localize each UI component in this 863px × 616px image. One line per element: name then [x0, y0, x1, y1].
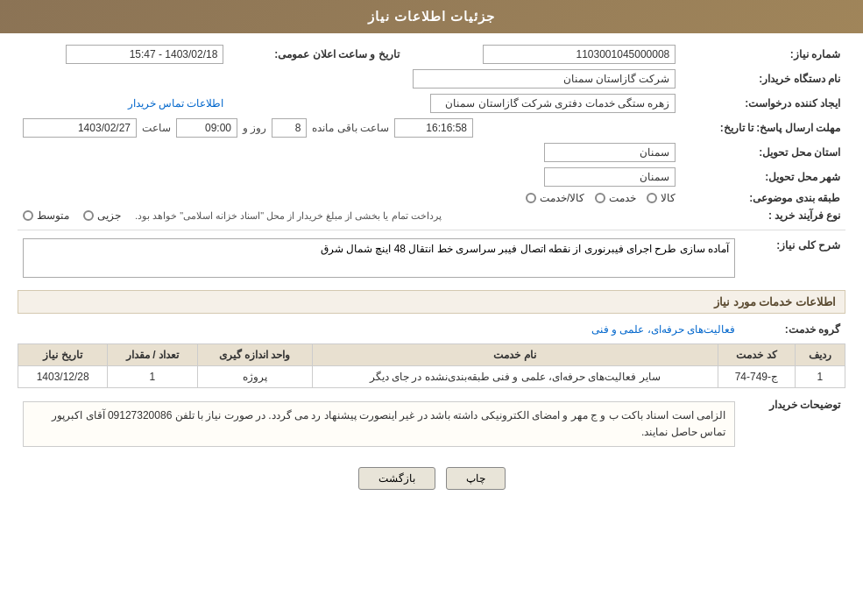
cell-row: 1 [795, 366, 845, 388]
reply-days: 8 [272, 118, 307, 138]
buyer-notes-label: توضیحات خریدار [740, 395, 845, 453]
contact-info-link[interactable]: اطلاعات تماس خریدار [128, 97, 224, 110]
purchase-type-label: نوع فرآیند خرید : [681, 207, 845, 224]
divider-1 [18, 230, 845, 230]
info-table: شماره نیاز: 1103001045000008 تاریخ و ساع… [18, 42, 845, 224]
purchase-type-note: پرداخت تمام یا بخشی از مبلغ خریدار از مح… [135, 210, 442, 222]
row-city: شهر محل تحویل: سمنان [18, 165, 845, 189]
col-qty: تعداد / مقدار [108, 344, 197, 366]
reply-remaining: 16:16:58 [394, 118, 473, 138]
reply-time: 09:00 [176, 118, 237, 138]
province-label: استان محل تحویل: [681, 140, 845, 165]
page-wrapper: جزئیات اطلاعات نیاز شماره نیاز: 11030010… [0, 0, 863, 616]
reply-time-label: ساعت [142, 122, 171, 134]
radio-minor[interactable]: جزیی [83, 209, 121, 222]
radio-medium-circle [23, 210, 33, 221]
row-creator: ایجاد کننده درخواست: زهره ستگی خدمات دفت… [18, 91, 845, 116]
row-service-group: گروه خدمت: فعالیت‌های حرفه‌ای، علمی و فن… [18, 321, 845, 338]
radio-goods-circle [647, 193, 657, 203]
page-title: جزئیات اطلاعات نیاز [368, 9, 495, 24]
category-radio-group: کالا/خدمت خدمت کالا [23, 192, 676, 204]
services-table-header-row: ردیف کد خدمت نام خدمت واحد اندازه گیری ت… [18, 344, 845, 366]
buyer-notes-table: توضیحات خریدار الزامی است اسناد باکت ب و… [18, 395, 845, 453]
general-desc-table: شرح کلی نیاز: [18, 236, 845, 283]
city-label: شهر محل تحویل: [681, 165, 845, 189]
category-label: طبقه بندی موضوعی: [681, 189, 845, 207]
row-buyer-org: نام دستگاه خریدار: شرکت گازاستان سمنان [18, 67, 845, 91]
page-header: جزئیات اطلاعات نیاز [0, 0, 863, 33]
col-unit: واحد اندازه گیری [197, 344, 312, 366]
radio-service-circle [595, 193, 605, 203]
row-need-number: شماره نیاز: 1103001045000008 تاریخ و ساع… [18, 42, 845, 67]
purchase-type-radio-group: متوسط جزیی [23, 209, 121, 222]
reply-deadline-label: مهلت ارسال پاسخ: تا تاریخ: [681, 116, 845, 140]
creator-value: زهره ستگی خدمات دفتری شرکت گازاستان سمنا… [430, 94, 676, 113]
buyer-org-label: نام دستگاه خریدار: [681, 67, 845, 91]
date-label: تاریخ و ساعت اعلان عمومی: [229, 42, 425, 67]
cell-code: ج-749-74 [718, 366, 795, 388]
general-desc-textarea[interactable] [23, 238, 735, 278]
print-button[interactable]: چاپ [446, 467, 506, 490]
button-row: چاپ بازگشت [18, 467, 845, 490]
need-number-label: شماره نیاز: [681, 42, 845, 67]
service-group-value[interactable]: فعالیت‌های حرفه‌ای، علمی و فنی [591, 323, 735, 336]
cell-date: 1403/12/28 [18, 366, 108, 388]
row-province: استان محل تحویل: سمنان [18, 140, 845, 165]
col-name: نام خدمت [312, 344, 718, 366]
date-value: 1403/02/18 - 15:47 [66, 45, 223, 64]
radio-medium[interactable]: متوسط [23, 209, 69, 222]
general-desc-label: شرح کلی نیاز: [740, 236, 845, 283]
cell-quantity: 1 [108, 366, 197, 388]
buyer-org-value: شرکت گازاستان سمنان [413, 69, 676, 89]
radio-goods-label: کالا [661, 192, 676, 204]
back-button[interactable]: بازگشت [358, 467, 435, 490]
col-date: تاریخ نیاز [18, 344, 108, 366]
radio-medium-label: متوسط [37, 209, 69, 222]
radio-goods-services-label: کالا/خدمت [540, 192, 584, 204]
cell-unit: پروژه [197, 366, 312, 388]
services-table-head: ردیف کد خدمت نام خدمت واحد اندازه گیری ت… [18, 344, 845, 366]
service-group-label: گروه خدمت: [740, 321, 845, 338]
col-row: ردیف [795, 344, 845, 366]
reply-remaining-label: ساعت باقی مانده [312, 122, 389, 134]
radio-goods-services[interactable]: کالا/خدمت [526, 192, 584, 204]
radio-service[interactable]: خدمت [595, 192, 636, 204]
row-reply-deadline: مهلت ارسال پاسخ: تا تاریخ: 1403/02/27 سا… [18, 116, 845, 140]
radio-service-label: خدمت [609, 192, 636, 204]
table-row: 1ج-749-74سایر فعالیت‌های حرفه‌ای، علمی و… [18, 366, 845, 388]
service-group-table: گروه خدمت: فعالیت‌های حرفه‌ای، علمی و فن… [18, 321, 845, 338]
creator-label: ایجاد کننده درخواست: [681, 91, 845, 116]
services-section-title: اطلاعات خدمات مورد نیاز [18, 290, 845, 314]
cell-name: سایر فعالیت‌های حرفه‌ای، علمی و فنی طبقه… [312, 366, 718, 388]
province-value: سمنان [544, 143, 676, 162]
need-number-value: 1103001045000008 [483, 45, 676, 64]
city-value: سمنان [544, 167, 676, 187]
reply-days-label: روز و [243, 122, 266, 134]
radio-goods-services-circle [526, 193, 536, 203]
services-table-body: 1ج-749-74سایر فعالیت‌های حرفه‌ای، علمی و… [18, 366, 845, 388]
row-general-desc: شرح کلی نیاز: [18, 236, 845, 283]
radio-minor-circle [83, 210, 94, 221]
buyer-notes-value: الزامی است اسناد باکت ب و ج مهر و امضای … [23, 401, 735, 447]
row-buyer-notes: توضیحات خریدار الزامی است اسناد باکت ب و… [18, 395, 845, 453]
col-code: کد خدمت [718, 344, 795, 366]
radio-minor-label: جزیی [97, 209, 121, 222]
row-category: طبقه بندی موضوعی: کالا/خدمت خدمت کالا [18, 189, 845, 207]
reply-date: 1403/02/27 [23, 118, 137, 138]
row-purchase-type: نوع فرآیند خرید : متوسط جزیی [18, 207, 845, 224]
services-table: ردیف کد خدمت نام خدمت واحد اندازه گیری ت… [18, 343, 845, 388]
main-content: شماره نیاز: 1103001045000008 تاریخ و ساع… [0, 33, 863, 499]
radio-goods[interactable]: کالا [647, 192, 676, 204]
